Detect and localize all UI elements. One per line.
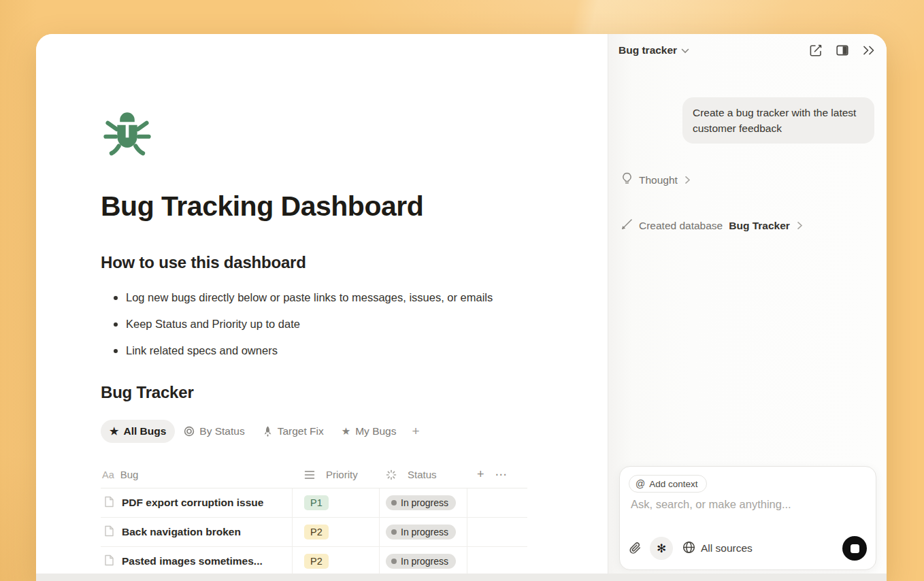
model-selector-button[interactable]: ✻ [650,537,673,560]
priority-tag: P2 [304,554,329,569]
star-icon: ★ [342,426,350,436]
database-heading: Bug Tracker [101,383,194,402]
bullet-item: Link related specs and owners [103,337,493,364]
view-tab-label: All Bugs [123,425,166,437]
notion-window: Bug Tracking Dashboard How to use this d… [36,34,887,581]
globe-icon [682,541,695,557]
howto-heading: How to use this dashboard [101,253,306,272]
page-icon [104,554,114,569]
user-message-bubble: Create a bug tracker with the latest cus… [682,97,874,144]
bullet-item: Keep Status and Priority up to date [103,311,493,337]
page-icon [104,525,114,540]
step-label: Created database [639,220,723,232]
table-options-button[interactable]: ⋯ [495,467,508,482]
table-header-row: Aa Bug Priority [101,461,527,488]
view-tab-all-bugs[interactable]: ★ All Bugs [101,420,175,443]
column-header-bug[interactable]: Aa Bug [101,469,293,480]
page-title: Bug Tracking Dashboard [101,190,423,222]
panel-title: Bug tracker [618,44,677,56]
plus-icon: + [412,424,420,439]
text-property-icon: Aa [102,469,114,480]
desktop-background: Bug Tracking Dashboard How to use this d… [0,0,924,581]
chat-input[interactable]: Ask, search, or make anything... [631,498,865,511]
sources-selector[interactable]: All sources [682,541,753,557]
thought-step[interactable]: Thought [621,172,691,188]
thread-selector[interactable]: Bug tracker [618,44,689,56]
status-dot-icon [391,529,397,535]
add-view-button[interactable]: + [406,420,427,443]
created-database-step[interactable]: Created database Bug Tracker [621,218,803,233]
target-icon [184,426,195,437]
bug-title: PDF export corruption issue [122,497,263,509]
priority-tag: P1 [304,495,329,510]
table-row[interactable]: Back navigation broken P2 In progress [101,518,527,547]
page-canvas: Bug Tracking Dashboard How to use this d… [36,34,608,581]
new-chat-button[interactable] [808,42,824,59]
bug-page-icon[interactable] [101,106,154,156]
add-column-button[interactable]: + [477,467,484,482]
ai-side-panel: Bug tracker [608,34,887,581]
priority-tag: P2 [304,525,329,540]
star-icon: ★ [110,426,118,436]
pencil-icon [621,218,633,233]
bullet-item: Log new bugs directly below or paste lin… [103,284,493,311]
bug-title: Back navigation broken [122,526,241,538]
created-database-link[interactable]: Bug Tracker [729,220,790,232]
stop-button[interactable] [842,536,867,561]
database-view-tabs: ★ All Bugs By Status [101,420,427,443]
chevron-right-icon [684,176,691,184]
column-header-priority[interactable]: Priority [293,469,380,480]
view-tab-my-bugs[interactable]: ★ My Bugs [333,420,406,443]
lightbulb-icon [621,172,633,188]
window-bottom-strip [36,574,887,581]
view-tab-label: Target Fix [278,425,324,437]
side-peek-button[interactable] [834,42,851,59]
status-dot-icon [391,500,397,505]
bug-table: Aa Bug Priority [101,461,527,576]
stop-icon [851,544,859,553]
status-badge: In progress [386,554,456,569]
column-label: Priority [326,469,358,480]
page-icon [104,496,114,510]
attach-file-button[interactable] [629,542,642,555]
status-dot-icon [391,559,397,564]
status-badge: In progress [386,525,456,540]
chevron-right-icon [797,221,803,230]
view-tab-label: By Status [199,425,244,437]
table-row[interactable]: Pasted images sometimes... P2 In progres… [101,547,527,576]
view-tab-target-fix[interactable]: Target Fix [254,420,333,443]
at-icon: @ [636,478,645,489]
sources-label: All sources [701,542,753,554]
select-property-icon [304,470,320,480]
bug-title: Pasted images sometimes... [122,555,263,567]
howto-bullet-list: Log new bugs directly below or paste lin… [103,284,493,364]
step-label: Thought [639,174,678,186]
openai-logo-icon: ✻ [657,542,666,556]
collapse-panel-button[interactable] [861,43,877,58]
chevron-down-icon [681,44,689,56]
column-header-status[interactable]: Status [380,469,467,480]
status-property-icon [386,469,402,480]
column-label: Status [408,469,437,480]
chat-composer: @ Add context Ask, search, or make anyth… [619,466,876,570]
status-badge: In progress [386,495,456,510]
view-tab-by-status[interactable]: By Status [175,420,253,443]
add-context-button[interactable]: @ Add context [629,475,707,493]
rocket-icon [263,426,273,437]
view-tab-label: My Bugs [355,425,396,437]
column-label: Bug [120,469,139,480]
table-row[interactable]: PDF export corruption issue P1 In progre… [101,488,527,518]
